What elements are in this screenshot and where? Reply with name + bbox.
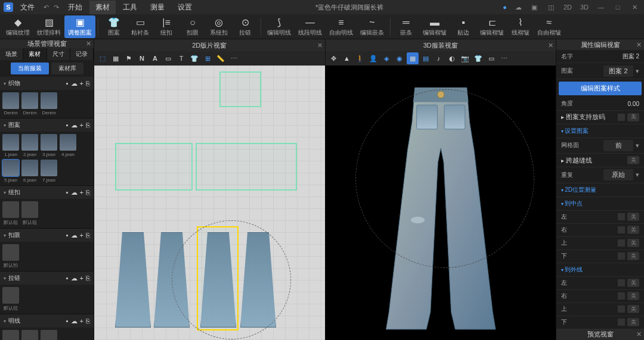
thumb-明线-0[interactable] [2, 330, 19, 340]
add-icon[interactable]: ▪ [66, 232, 69, 239]
menu-measure[interactable]: 测量 [144, 1, 171, 14]
thumb-纽扣-0[interactable] [2, 201, 19, 218]
tool-trim[interactable]: ═ 嵌条 [393, 15, 419, 38]
subtab-0[interactable]: 当前服装 [11, 63, 49, 74]
section-to-mid[interactable]: 到中点 [556, 197, 644, 211]
thumb-图案-0[interactable] [2, 134, 19, 151]
tool3d-person-icon[interactable]: ▲ [341, 52, 353, 64]
tool-text-icon[interactable]: T [175, 52, 187, 64]
tool-pin-icon[interactable]: ⊞ [202, 52, 213, 64]
panel-close-icon[interactable]: ✕ [86, 40, 91, 48]
undo-icon[interactable]: ↶ [42, 4, 51, 11]
tool3d-more-icon[interactable]: ⋯ [499, 52, 510, 64]
prop-pattern-select[interactable]: 图案 2 [603, 65, 633, 77]
toggle[interactable]: 关 [627, 113, 639, 121]
thumb-明线-2[interactable] [41, 330, 57, 340]
tool-rect-icon[interactable]: ▭ [162, 52, 174, 64]
cloud-icon[interactable]: ☁ [71, 275, 78, 282]
tool-ruler-icon[interactable]: 📏 [215, 52, 227, 64]
tool-arrange-texture[interactable]: ▨ 纹理排料 [33, 15, 64, 38]
tool-edit-trim[interactable]: ~ 编辑嵌条 [357, 15, 388, 38]
link-icon[interactable]: ⎘ [86, 121, 90, 129]
canvas-3d[interactable] [326, 65, 556, 340]
add2-icon[interactable]: + [80, 189, 83, 196]
vp-close-icon[interactable]: ✕ [548, 42, 553, 49]
link-icon[interactable]: ⎘ [86, 189, 90, 196]
tool3d-walk-icon[interactable]: 🚶 [354, 52, 366, 64]
view-2d-button[interactable]: 2D [562, 1, 574, 13]
layout-1-icon[interactable]: ▣ [528, 1, 540, 13]
edit-pattern-button[interactable]: 编辑图案样式 [559, 82, 642, 95]
tool-edit-texture[interactable]: ◆ 编辑纹理 [2, 15, 33, 38]
prop-angle-value[interactable]: 0.00 [628, 101, 639, 107]
thumb-织物-1[interactable] [21, 92, 38, 109]
thumb-图案-3[interactable] [60, 134, 76, 151]
prop-mesh-select[interactable]: 前 [603, 140, 633, 151]
tool3d-shirt-icon[interactable]: 👕 [472, 52, 484, 64]
section-set-pattern[interactable]: 设置图案 [556, 124, 644, 138]
tool3d-move-icon[interactable]: ✥ [328, 52, 340, 64]
tool3d-body-icon[interactable]: 👤 [367, 52, 379, 64]
menu-tool[interactable]: 工具 [117, 1, 143, 14]
tool3d-dot-icon[interactable]: ◐ [446, 52, 458, 64]
add-icon[interactable]: ▪ [66, 317, 69, 325]
section-2d-measure[interactable]: 2D位置测量 [556, 183, 644, 197]
tool3d-sq3-icon[interactable]: ▦ [407, 52, 419, 64]
cloud-icon[interactable]: ☁ [513, 4, 524, 11]
tool-link-icon[interactable]: 👕 [188, 52, 200, 64]
add-icon[interactable]: ▪ [66, 121, 69, 129]
cloud-icon[interactable]: ☁ [71, 189, 78, 196]
tool-paste[interactable]: ▪ 贴边 [450, 15, 476, 38]
add-icon[interactable]: ▪ [66, 80, 69, 88]
tool-cube-icon[interactable]: ⬚ [97, 52, 109, 64]
tool-flag-icon[interactable]: ⚑ [123, 52, 135, 64]
tool3d-sq1-icon[interactable]: ◈ [380, 52, 392, 64]
menu-setting[interactable]: 设置 [172, 1, 198, 14]
tool-edit-stitch[interactable]: ⟆ 编辑明线 [264, 15, 295, 38]
tool3d-sq4-icon[interactable]: ▤ [420, 52, 432, 64]
add-icon[interactable]: ▪ [66, 189, 69, 196]
menu-start[interactable]: 开始 [62, 1, 88, 14]
link-icon[interactable]: ⎘ [86, 80, 90, 88]
tool-free-stitch[interactable]: ≡ 自由明线 [326, 15, 357, 38]
tool-tie-button[interactable]: ◎ 系纽扣 [206, 15, 232, 38]
section-图案[interactable]: ▾图案 ▪☁+⎘ [0, 118, 94, 132]
tool3d-cam-icon[interactable]: 📷 [459, 52, 471, 64]
link-icon[interactable]: ⎘ [86, 275, 90, 282]
tab-1[interactable]: 素材 [23, 48, 47, 60]
tool-line-fold[interactable]: ⌇ 线褶皱 [507, 15, 534, 38]
tool-buckle[interactable]: ○ 扣眼 [179, 15, 206, 38]
thumb-拉链-0[interactable] [2, 287, 19, 304]
menu-material[interactable]: 素材 [89, 1, 116, 14]
panel-close-icon[interactable]: ✕ [636, 41, 642, 49]
toggle[interactable]: 关 [627, 156, 639, 164]
thumb-扣眼-0[interactable] [2, 244, 19, 261]
tool-pattern[interactable]: 👕 图案 [101, 15, 127, 38]
tool3d-note-icon[interactable]: ♪ [433, 52, 445, 64]
add2-icon[interactable]: + [80, 275, 83, 282]
thumb-织物-2[interactable] [41, 92, 57, 109]
section-to-outer[interactable]: 到外线 [556, 263, 644, 277]
section-拉链[interactable]: ▾拉链 ▪☁+⎘ [0, 272, 94, 285]
tool-grid-icon[interactable]: ▦ [110, 52, 122, 64]
cloud-icon[interactable]: ☁ [71, 317, 78, 325]
canvas-2d[interactable] [94, 65, 325, 340]
add2-icon[interactable]: + [80, 232, 83, 239]
thumb-图案-5[interactable] [21, 160, 38, 176]
redo-icon[interactable]: ↷ [52, 4, 61, 11]
add-icon[interactable]: ▪ [66, 275, 69, 282]
cloud-icon[interactable]: ☁ [71, 121, 78, 129]
panel-close-icon[interactable]: ✕ [636, 330, 642, 338]
tab-2[interactable]: 尺寸 [47, 48, 70, 60]
cloud-icon[interactable]: ☁ [71, 80, 78, 88]
maximize-icon[interactable]: □ [612, 1, 624, 13]
section-织物[interactable]: ▾织物 ▪☁+⎘ [0, 77, 94, 90]
add2-icon[interactable]: + [80, 317, 83, 325]
add2-icon[interactable]: + [80, 121, 83, 129]
app-logo[interactable]: S [4, 2, 13, 12]
subtab-1[interactable]: 素材库 [51, 63, 83, 74]
view-3d-button[interactable]: 3D [578, 1, 590, 13]
section-明线[interactable]: ▾明线 ▪☁+⎘ [0, 314, 94, 327]
tab-0[interactable]: 场景 [0, 48, 23, 60]
menu-file[interactable]: 文件 [14, 1, 41, 14]
